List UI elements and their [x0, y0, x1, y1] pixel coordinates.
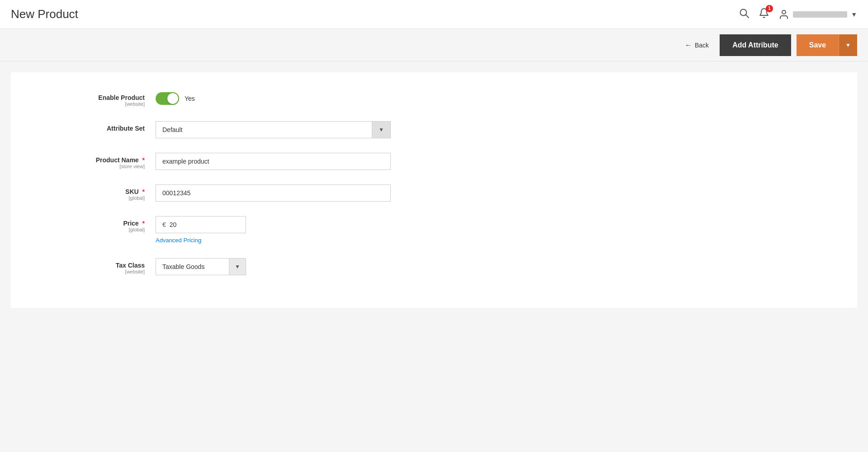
notification-icon[interactable]: 1	[759, 8, 769, 21]
sku-control	[156, 184, 445, 202]
notification-badge: 1	[766, 5, 773, 12]
price-label-group: Price * [global]	[38, 216, 156, 232]
product-name-label: Product Name *	[96, 156, 145, 164]
product-name-scope: [store view]	[38, 164, 145, 169]
action-bar: ← Back Add Attribute Save ▼	[0, 29, 868, 61]
product-name-row: Product Name * [store view]	[38, 153, 445, 170]
advanced-pricing-link[interactable]: Advanced Pricing	[156, 237, 445, 244]
toggle-wrapper: Yes	[156, 90, 445, 105]
user-name	[793, 11, 847, 18]
attribute-set-label-group: Attribute Set	[38, 121, 156, 132]
tax-class-row: Tax Class [website] Taxable Goods None ▼	[38, 258, 445, 275]
price-label: Price *	[123, 220, 145, 227]
svg-point-2	[782, 10, 786, 14]
header-icons: 1 ▼	[739, 8, 857, 21]
main-content: Enable Product [website] Yes Attribute S…	[11, 72, 857, 308]
page-header: New Product 1 ▼	[0, 0, 868, 29]
attribute-set-dropdown-button[interactable]: ▼	[372, 122, 390, 138]
sku-label: SKU *	[125, 188, 145, 195]
price-control: € Advanced Pricing	[156, 216, 445, 244]
back-button[interactable]: ← Back	[679, 38, 714, 53]
enable-product-row: Enable Product [website] Yes	[38, 90, 445, 107]
tax-class-label-group: Tax Class [website]	[38, 258, 156, 274]
enable-product-scope: [website]	[38, 101, 145, 107]
enable-product-control: Yes	[156, 90, 445, 105]
save-button-group: Save ▼	[797, 34, 857, 56]
price-required: *	[141, 220, 145, 227]
product-name-required: *	[141, 156, 145, 164]
price-scope: [global]	[38, 227, 145, 232]
price-currency-symbol: €	[162, 221, 166, 228]
enable-product-toggle[interactable]	[156, 92, 179, 105]
attribute-set-select[interactable]: Default	[156, 122, 372, 138]
attribute-set-row: Attribute Set Default ▼	[38, 121, 445, 138]
sku-label-group: SKU * [global]	[38, 184, 156, 201]
product-name-input[interactable]	[156, 153, 391, 170]
tax-class-select-wrapper: Taxable Goods None ▼	[156, 258, 246, 275]
sku-row: SKU * [global]	[38, 184, 445, 202]
svg-line-1	[746, 15, 749, 18]
attribute-set-label: Attribute Set	[107, 125, 145, 132]
attribute-set-select-wrapper: Default ▼	[156, 121, 391, 138]
enable-product-label-group: Enable Product [website]	[38, 90, 156, 107]
back-label: Back	[695, 42, 709, 49]
product-form: Enable Product [website] Yes Attribute S…	[38, 90, 445, 275]
enable-product-label: Enable Product	[98, 94, 145, 101]
add-attribute-button[interactable]: Add Attribute	[720, 34, 791, 56]
tax-class-select[interactable]: Taxable Goods None	[156, 259, 229, 275]
enable-product-toggle-label: Yes	[185, 95, 195, 102]
price-input[interactable]	[170, 217, 239, 233]
sku-required: *	[141, 188, 145, 195]
tax-class-label: Tax Class	[116, 262, 145, 269]
page-title: New Product	[11, 7, 78, 21]
search-icon[interactable]	[739, 8, 749, 21]
sku-input[interactable]	[156, 184, 391, 202]
user-menu[interactable]: ▼	[778, 9, 857, 20]
tax-class-dropdown-button[interactable]: ▼	[229, 259, 246, 275]
back-arrow-icon: ←	[685, 41, 692, 49]
product-name-control	[156, 153, 445, 170]
sku-scope: [global]	[38, 195, 145, 201]
attribute-set-control: Default ▼	[156, 121, 445, 138]
save-button[interactable]: Save	[797, 34, 839, 56]
price-row: Price * [global] € Advanced Pricing	[38, 216, 445, 244]
price-input-wrapper: €	[156, 216, 246, 233]
product-name-label-group: Product Name * [store view]	[38, 153, 156, 169]
tax-class-scope: [website]	[38, 269, 145, 274]
tax-class-control: Taxable Goods None ▼	[156, 258, 445, 275]
user-dropdown-icon: ▼	[851, 11, 857, 18]
save-dropdown-button[interactable]: ▼	[839, 34, 857, 56]
